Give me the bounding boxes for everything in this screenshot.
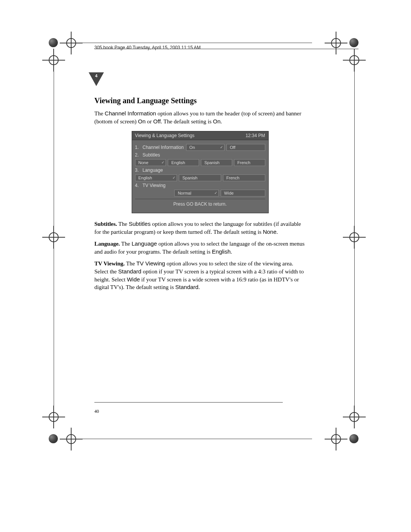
registration-mark <box>66 434 76 444</box>
option-number: 2. <box>135 152 140 158</box>
option-label: Channel Information <box>143 145 184 150</box>
language-spanish: Spanish <box>179 174 221 181</box>
registration-mark <box>331 434 341 444</box>
chapter-marker: 4 <box>89 72 102 86</box>
crop-sphere <box>349 38 358 47</box>
content-area: Viewing and Language Settings The Channe… <box>94 96 306 295</box>
settings-screenshot: Viewing & Language Settings 12:34 PM 1. … <box>132 131 269 213</box>
registration-mark <box>331 38 341 48</box>
section-heading: Viewing and Language Settings <box>94 96 306 105</box>
paragraph-channel-info: The Channel Information option allows yo… <box>94 110 306 126</box>
option-label: TV Viewing <box>143 183 166 188</box>
subtitles-spanish: Spanish <box>201 159 232 166</box>
option-on: On✓ <box>186 144 225 151</box>
registration-mark <box>49 412 59 422</box>
crop-sphere <box>49 38 58 47</box>
screenshot-title: Viewing & Language Settings <box>135 133 195 138</box>
crop-line <box>54 67 54 228</box>
crop-line <box>54 244 54 407</box>
check-icon: ✓ <box>161 160 164 165</box>
header-rule <box>94 49 358 49</box>
screenshot-time: 12:34 PM <box>245 133 265 138</box>
chapter-number: 4 <box>89 73 104 78</box>
check-icon: ✓ <box>220 145 223 149</box>
subtitles-english: English <box>168 159 199 166</box>
tv-normal: Normal✓ <box>174 190 219 197</box>
registration-mark <box>66 38 76 48</box>
crop-line <box>354 67 355 228</box>
registration-mark <box>349 412 359 422</box>
crop-line <box>76 43 312 43</box>
tv-wide: Wide <box>221 190 265 197</box>
crop-line <box>76 439 312 439</box>
option-number: 1. <box>135 145 140 150</box>
crop-sphere <box>349 434 358 443</box>
subtitles-french: French <box>234 159 265 166</box>
option-label: Subtitles <box>143 152 160 158</box>
option-number: 3. <box>135 168 140 173</box>
page-number: 40 <box>94 409 99 414</box>
paragraph-subtitles: Subtitles. The Subtitles option allows y… <box>94 220 306 236</box>
check-icon: ✓ <box>172 176 175 180</box>
crop-line <box>354 244 355 407</box>
crop-sphere <box>49 434 58 443</box>
check-icon: ✓ <box>214 191 217 195</box>
option-label: Language <box>143 168 163 173</box>
registration-mark <box>349 232 359 242</box>
option-off: Off <box>226 144 265 151</box>
language-french: French <box>223 174 265 181</box>
subtitles-none: None✓ <box>135 159 166 166</box>
paragraph-tv-viewing: TV Viewing. The TV Viewing option allows… <box>94 260 306 292</box>
footer-rule <box>94 402 283 403</box>
language-english: English✓ <box>135 174 177 181</box>
paragraph-language: Language. The Language option allows you… <box>94 240 306 256</box>
page-header: 305.book Page 40 Tuesday, April 15, 2003… <box>94 45 201 50</box>
registration-mark <box>49 232 59 242</box>
registration-mark <box>49 55 59 65</box>
registration-mark <box>349 55 359 65</box>
screenshot-footer: Press GO BACK to return. <box>135 199 265 209</box>
option-number: 4. <box>135 183 140 188</box>
